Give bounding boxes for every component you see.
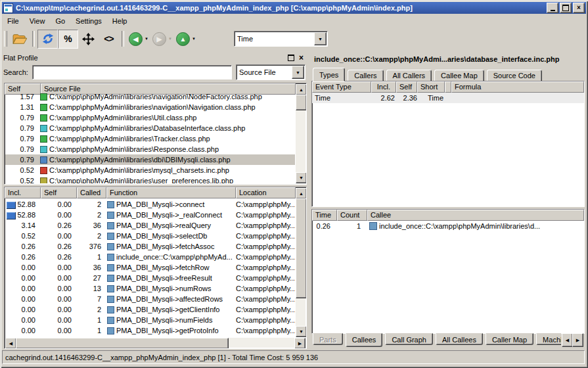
close-button[interactable]: × bbox=[573, 3, 585, 13]
file-list-row[interactable]: 1.31C:\xampp\phpMyAdmin\libraries\naviga… bbox=[5, 102, 295, 112]
maximize-icon bbox=[562, 5, 569, 11]
column-header-incl[interactable]: Incl. bbox=[5, 187, 41, 198]
menu-help[interactable]: Help bbox=[107, 15, 133, 27]
file-list-row[interactable]: 1.57C:\xampp\phpMyAdmin\libraries\naviga… bbox=[5, 91, 295, 102]
tab-all-callers[interactable]: All Callers bbox=[386, 70, 432, 81]
function-name: include_once::C:\xampp\phpMyAd... bbox=[116, 253, 233, 261]
function-table-row[interactable]: 0.000.002PMA_DBI_Mysqli->getClientInfoC:… bbox=[5, 304, 295, 315]
forward-dropdown-icon: ▼ bbox=[168, 37, 172, 41]
scroll-up-button[interactable]: ▲ bbox=[296, 188, 307, 199]
function-table-row[interactable]: 0.000.0027PMA_DBI_Mysqli->freeResultC:\x… bbox=[5, 273, 295, 283]
cycle-detection-button[interactable] bbox=[78, 30, 99, 49]
tab-callee-map[interactable]: Callee Map bbox=[434, 70, 484, 81]
function-cell: PMA_DBI_Mysqli->connect bbox=[106, 200, 236, 208]
menu-go[interactable]: Go bbox=[50, 15, 70, 27]
tab-call-graph[interactable]: Call Graph bbox=[385, 333, 433, 345]
tab-all-callees[interactable]: All Callees bbox=[436, 333, 483, 345]
file-list-row[interactable]: 0.52C:\xampp\phpMyAdmin\libraries\user_p… bbox=[5, 175, 295, 183]
dock-float-button[interactable] bbox=[286, 54, 295, 62]
file-list-row[interactable]: 0.79C:\xampp\phpMyAdmin\libraries\Util.c… bbox=[5, 112, 295, 123]
tab-scroll-right-button[interactable]: ▶ bbox=[572, 333, 583, 347]
group-combobox[interactable]: Source File ▼ bbox=[236, 64, 305, 80]
file-list-row[interactable]: 0.79C:\xampp\phpMyAdmin\libraries\dbi\DB… bbox=[5, 154, 295, 165]
dock-close-button[interactable]: × bbox=[297, 54, 305, 62]
scroll-down-button[interactable]: ▼ bbox=[296, 326, 307, 337]
types-table-row[interactable]: Time2.622.36Time bbox=[312, 93, 584, 103]
self-value: 0.79 bbox=[5, 145, 39, 153]
location-value: C:\xampp\phpMy... bbox=[236, 211, 295, 219]
incl-value: 0.00 bbox=[5, 285, 41, 292]
minimize-button[interactable] bbox=[547, 3, 558, 13]
combo-dropdown-button[interactable]: ▼ bbox=[314, 32, 327, 45]
column-header-self[interactable]: Self bbox=[41, 187, 77, 198]
scrollbar-thumb[interactable] bbox=[16, 338, 229, 349]
tab-types[interactable]: Types bbox=[313, 68, 345, 81]
column-header-time[interactable]: Time bbox=[312, 210, 337, 221]
function-table-row[interactable]: 3.140.2636PMA_DBI_Mysqli->realQueryC:\xa… bbox=[5, 220, 295, 231]
back-button[interactable]: ◀ ▼ bbox=[129, 32, 148, 46]
combo-dropdown-button[interactable]: ▼ bbox=[292, 66, 304, 79]
function-table-row[interactable]: 0.000.001PMA_DBI_Mysqli->getProtoInfoC:\… bbox=[5, 325, 295, 336]
tab-callers[interactable]: Callers bbox=[348, 70, 383, 81]
function-icon bbox=[107, 306, 114, 313]
event-type-combobox[interactable]: Time ▼ bbox=[234, 31, 328, 47]
menu-file[interactable]: File bbox=[2, 15, 24, 27]
column-header-called[interactable]: Called bbox=[77, 187, 106, 198]
reload-button[interactable] bbox=[37, 30, 58, 49]
source-file-icon bbox=[40, 177, 47, 184]
function-table-row[interactable]: 0.000.0013PMA_DBI_Mysqli->numRowsC:\xamp… bbox=[5, 283, 295, 294]
function-table-row[interactable]: 0.520.002PMA_DBI_Mysqli->selectDbC:\xamp… bbox=[5, 231, 295, 241]
function-table-row[interactable]: 52.880.002PMA_DBI_Mysqli->connectC:\xamp… bbox=[5, 199, 295, 210]
detail-tabbar: TypesCallersAll CallersCallee MapSource … bbox=[313, 68, 583, 81]
scroll-left-button[interactable]: ◀ bbox=[5, 338, 16, 349]
up-dropdown-icon[interactable]: ▼ bbox=[192, 37, 196, 41]
column-header-function[interactable]: Function bbox=[106, 187, 236, 198]
percent-toggle-button[interactable]: % bbox=[58, 30, 78, 49]
function-table-row[interactable]: 0.000.0036PMA_DBI_Mysqli->fetchRowC:\xam… bbox=[5, 262, 295, 273]
menu-view[interactable]: View bbox=[24, 15, 51, 27]
scroll-up-button[interactable]: ▲ bbox=[296, 84, 307, 95]
search-input[interactable] bbox=[32, 65, 232, 80]
maximize-button[interactable] bbox=[560, 3, 572, 13]
scroll-right-button[interactable]: ▶ bbox=[294, 338, 305, 349]
column-header-short[interactable]: Short bbox=[417, 81, 445, 93]
toolbar-handle[interactable] bbox=[4, 31, 7, 47]
tab-machine[interactable]: Machine bbox=[536, 333, 561, 345]
file-list-row[interactable]: 0.79C:\xampp\phpMyAdmin\libraries\Respon… bbox=[5, 144, 295, 154]
file-list-row[interactable]: 0.79C:\xampp\phpMyAdmin\libraries\Databa… bbox=[5, 123, 295, 133]
column-header-self[interactable]: Self bbox=[396, 81, 417, 93]
column-header-location[interactable]: Location bbox=[236, 187, 296, 198]
function-table-row[interactable]: 0.000.001PMA_DBI_Mysqli->numFieldsC:\xam… bbox=[5, 315, 295, 325]
function-table-hscrollbar[interactable]: ◀ ▶ bbox=[5, 338, 305, 348]
title-bar[interactable]: C:\xampp\tmp\cachegrind.out.1416463299-C… bbox=[2, 2, 586, 14]
column-header-formula[interactable]: Formula bbox=[451, 81, 584, 93]
tab-caller-map[interactable]: Caller Map bbox=[486, 333, 533, 345]
column-header-incl[interactable]: Incl. bbox=[371, 81, 396, 93]
scroll-down-button[interactable]: ▼ bbox=[296, 172, 307, 183]
function-table-vscrollbar[interactable]: ▲ ▼ bbox=[296, 188, 305, 337]
function-table-row[interactable]: 0.000.007PMA_DBI_Mysqli->affectedRowsC:\… bbox=[5, 294, 295, 304]
scrollbar-thumb[interactable] bbox=[296, 198, 307, 298]
callee-table-row[interactable]: 0.261include_once::C:\xampp\phpMyAdmin\l… bbox=[312, 221, 584, 231]
up-button[interactable]: ▲ ▼ bbox=[176, 32, 196, 46]
forward-button[interactable]: ▶ ▼ bbox=[152, 32, 172, 46]
column-header-count[interactable]: Count bbox=[337, 210, 367, 221]
tab-scroll-left-button[interactable]: ◀ bbox=[562, 333, 573, 347]
back-dropdown-icon[interactable]: ▼ bbox=[145, 37, 148, 41]
column-header-blank[interactable] bbox=[445, 81, 451, 93]
shorten-templates-button[interactable]: <> bbox=[99, 30, 119, 49]
file-list-row[interactable]: 0.52C:\xampp\phpMyAdmin\libraries\mysql_… bbox=[5, 165, 295, 175]
function-table-row[interactable]: 0.260.261include_once::C:\xampp\phpMyAd.… bbox=[5, 252, 295, 262]
menu-settings[interactable]: Settings bbox=[70, 15, 107, 27]
flat-profile-dock-titlebar[interactable]: Flat Profile × bbox=[3, 53, 305, 63]
column-header-event-type[interactable]: Event Type bbox=[312, 81, 371, 93]
tab-callees[interactable]: Callees bbox=[346, 333, 383, 347]
column-header-callee[interactable]: Callee bbox=[367, 210, 584, 221]
scrollbar-thumb[interactable] bbox=[296, 95, 307, 110]
file-list-vscrollbar[interactable]: ▲ ▼ bbox=[296, 84, 305, 183]
function-table-row[interactable]: 0.260.26376PMA_DBI_Mysqli->fetchAssocC:\… bbox=[5, 241, 295, 252]
function-table-row[interactable]: 52.880.002PMA_DBI_Mysqli->_realConnectC:… bbox=[5, 210, 295, 220]
tab-source-code[interactable]: Source Code bbox=[487, 70, 542, 81]
open-file-button[interactable] bbox=[9, 30, 30, 49]
file-list-row[interactable]: 0.79C:\xampp\phpMyAdmin\libraries\Tracke… bbox=[5, 133, 295, 144]
